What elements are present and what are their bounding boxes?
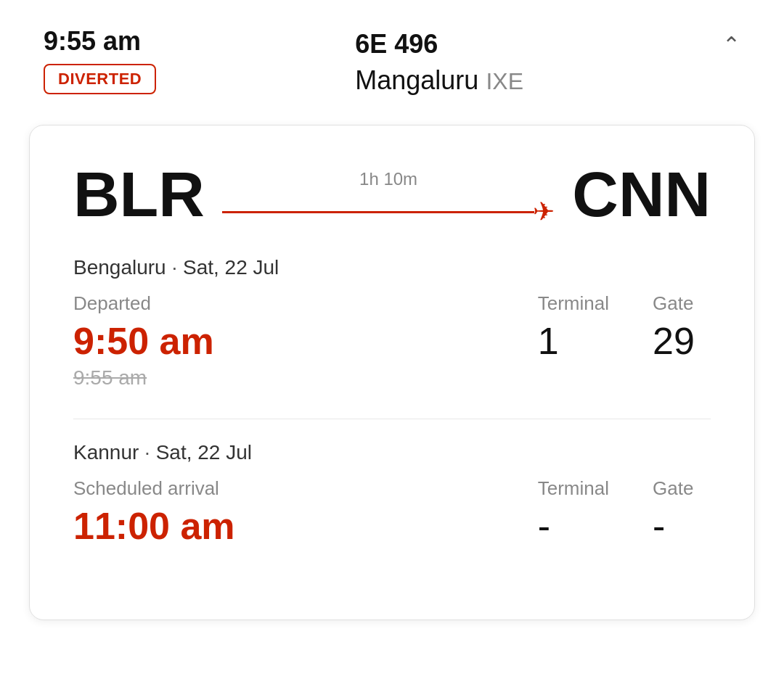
departure-info-left: Departed 9:50 am 9:55 am xyxy=(73,292,214,390)
departure-info-right: Terminal 1 Gate 29 xyxy=(538,292,711,362)
header-left: 9:55 am DIVERTED xyxy=(44,26,156,94)
arrival-gate-label: Gate xyxy=(653,477,693,500)
header-center: 6E 496 Mangaluru IXE xyxy=(355,26,523,96)
arrival-gate-column: Gate - xyxy=(653,477,711,547)
departure-gate-value: 29 xyxy=(653,321,695,362)
route-line: ✈ xyxy=(222,197,555,227)
arrival-terminal-value: - xyxy=(538,506,550,547)
diverted-iata: IXE xyxy=(486,68,523,94)
arrival-info-row: Scheduled arrival 11:00 am Terminal - Ga… xyxy=(73,477,711,547)
departure-terminal-value: 1 xyxy=(538,321,559,362)
departed-label: Departed xyxy=(73,292,214,315)
header-departure-time: 9:55 am xyxy=(44,26,156,57)
arrival-date: Sat, 22 Jul xyxy=(156,441,252,464)
departure-info-row: Departed 9:50 am 9:55 am Terminal 1 Gate… xyxy=(73,292,711,390)
departure-city-date: Bengaluru · Sat, 22 Jul xyxy=(73,256,711,279)
section-divider xyxy=(73,419,711,419)
departure-section: Bengaluru · Sat, 22 Jul Departed 9:50 am… xyxy=(73,256,711,390)
flight-card: BLR 1h 10m ✈ CNN Bengaluru · Sat, 22 Jul… xyxy=(29,125,755,620)
arrival-city-date: Kannur · Sat, 22 Jul xyxy=(73,441,711,464)
arrival-info-right: Terminal - Gate - xyxy=(538,477,711,547)
origin-code: BLR xyxy=(73,162,205,226)
header-section: 9:55 am DIVERTED 6E 496 Mangaluru IXE ⌃ xyxy=(0,0,784,110)
arrival-gate-value: - xyxy=(653,506,665,547)
arrival-section: Kannur · Sat, 22 Jul Scheduled arrival 1… xyxy=(73,441,711,547)
chevron-up-icon[interactable]: ⌃ xyxy=(722,26,740,57)
destination-code: CNN xyxy=(572,162,711,226)
arrival-terminal-column: Terminal - xyxy=(538,477,609,547)
departure-city: Bengaluru xyxy=(73,256,166,279)
arrival-terminal-label: Terminal xyxy=(538,477,609,500)
arrival-time: 11:00 am xyxy=(73,506,235,547)
arrival-city: Kannur xyxy=(73,441,139,464)
route-line-container: 1h 10m ✈ xyxy=(205,169,572,227)
page-container: 9:55 am DIVERTED 6E 496 Mangaluru IXE ⌃ … xyxy=(0,0,784,679)
duration-label: 1h 10m xyxy=(359,169,417,189)
plane-icon: ✈ xyxy=(533,197,555,227)
status-badge: DIVERTED xyxy=(44,64,156,94)
departure-date: Sat, 22 Jul xyxy=(183,256,279,279)
diverted-destination: Mangaluru IXE xyxy=(355,65,523,96)
scheduled-arrival-label: Scheduled arrival xyxy=(73,477,235,500)
departure-terminal-column: Terminal 1 xyxy=(538,292,609,362)
departure-gate-column: Gate 29 xyxy=(653,292,711,362)
flight-number: 6E 496 xyxy=(355,29,523,59)
route-line-bar xyxy=(222,211,534,213)
departure-scheduled-time: 9:55 am xyxy=(73,366,214,390)
arrival-info-left: Scheduled arrival 11:00 am xyxy=(73,477,235,547)
departure-gate-label: Gate xyxy=(653,292,693,315)
departure-actual-time: 9:50 am xyxy=(73,321,214,362)
route-section: BLR 1h 10m ✈ CNN xyxy=(73,162,711,227)
departure-terminal-label: Terminal xyxy=(538,292,609,315)
